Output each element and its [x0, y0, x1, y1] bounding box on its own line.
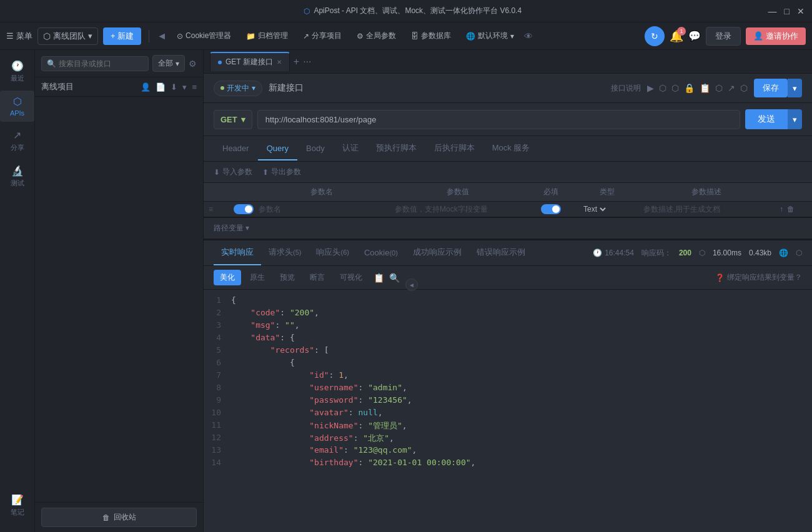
layout-icon[interactable]: ⬡	[659, 83, 666, 93]
request-status-badge[interactable]: 开发中 ▾	[214, 81, 262, 96]
more-options-icon[interactable]: ⬡	[740, 83, 748, 93]
resp-tab-req-headers[interactable]: 请求头(5)	[261, 240, 309, 265]
type-select[interactable]: Text	[581, 204, 608, 214]
chevron-down-icon[interactable]: ▾	[182, 82, 187, 92]
export-params-btn[interactable]: ⬆ 导出参数	[262, 167, 301, 177]
copy-icon[interactable]: 📋	[700, 83, 710, 93]
url-input[interactable]	[257, 110, 740, 129]
params-db-btn[interactable]: 🗄 参数据库	[406, 28, 456, 44]
message-icon[interactable]: 💬	[688, 30, 701, 42]
tab-more-btn[interactable]: ···	[303, 56, 311, 67]
env-selector-btn[interactable]: 🌐 默认环境 ▾	[461, 28, 519, 44]
team-selector[interactable]: ⬡ 离线团队 ▾	[37, 27, 98, 45]
collapse-sidebar-btn[interactable]: ◄	[405, 278, 418, 291]
tab-close-btn[interactable]: ✕	[277, 59, 282, 66]
maximize-btn[interactable]: □	[785, 6, 790, 16]
tab-body[interactable]: Body	[297, 137, 334, 160]
tab-header[interactable]: Header	[214, 137, 258, 160]
more-icon[interactable]: ≡	[192, 82, 197, 92]
code-line-5: 5 "records": [	[204, 345, 812, 357]
resp-tab-error-example[interactable]: 错误响应示例	[469, 240, 533, 265]
code-icon[interactable]: ⬡	[715, 83, 723, 93]
eye-icon[interactable]: 👁	[524, 31, 533, 41]
search-code-icon[interactable]: 🔍	[389, 273, 400, 283]
response-status-bar: 🕐 16:44:54 响应码： 200 ⬡ 16.00ms 0.43kb 🌐 ⬡	[593, 248, 802, 259]
send-dropdown-btn[interactable]: ▾	[788, 109, 802, 129]
run-icon[interactable]: ▶	[647, 83, 654, 93]
tab-post-script[interactable]: 后执行脚本	[425, 136, 483, 161]
recycle-bin-btn[interactable]: 🗑 回收站	[41, 508, 197, 527]
method-select[interactable]: GET ▾	[214, 110, 252, 129]
close-btn[interactable]: ✕	[797, 6, 805, 16]
preview-btn[interactable]: 预览	[274, 270, 301, 285]
resp-tab-realtime[interactable]: 实时响应	[214, 240, 261, 265]
visual-btn[interactable]: 可视化	[334, 270, 369, 285]
resp-tab-cookie[interactable]: Cookie(0)	[357, 242, 405, 265]
raw-btn[interactable]: 原生	[244, 270, 271, 285]
required-cell[interactable]	[526, 202, 576, 217]
tab-auth[interactable]: 认证	[334, 136, 367, 161]
share-icon: ↗	[13, 129, 21, 141]
tab-new-request[interactable]: GET 新建接口 ✕	[210, 52, 290, 71]
description-input[interactable]	[643, 205, 770, 214]
tab-pre-script[interactable]: 预执行脚本	[367, 136, 425, 161]
menu-btn[interactable]: ☰ 菜单	[6, 31, 32, 42]
assert-btn[interactable]: 断言	[304, 270, 331, 285]
new-btn[interactable]: + 新建	[103, 27, 141, 45]
tab-query[interactable]: Query	[258, 137, 297, 160]
sidebar-item-test[interactable]: 🔬 测试	[0, 160, 34, 193]
sidebar-item-recent[interactable]: 🕐 最近	[0, 55, 34, 88]
resp-tab-resp-headers[interactable]: 响应头(6)	[309, 240, 356, 265]
param-name-input[interactable]	[259, 205, 385, 214]
type-cell[interactable]: Text	[576, 202, 638, 217]
invite-btn[interactable]: 👤 邀请协作	[746, 27, 806, 45]
sidebar-item-apis[interactable]: ⬡ APIs	[0, 91, 34, 122]
path-variables-section[interactable]: 路径变量 ▾	[204, 218, 812, 239]
sidebar-item-share[interactable]: ↗ 分享	[0, 124, 34, 157]
import-params-btn[interactable]: ⬇ 导入参数	[214, 167, 252, 177]
add-folder-icon[interactable]: 👤	[141, 82, 151, 92]
required-toggle[interactable]	[541, 204, 561, 214]
login-btn[interactable]: 登录	[706, 27, 741, 46]
toggle-switch[interactable]	[234, 204, 254, 214]
param-value-input[interactable]	[395, 205, 521, 214]
share-icon[interactable]: ↗	[728, 83, 735, 93]
global-params-btn[interactable]: ⚙ 全局参数	[352, 28, 401, 44]
search-box[interactable]: 🔍	[41, 56, 149, 71]
archive-btn[interactable]: 📁 归档管理	[241, 28, 293, 44]
row-up-icon[interactable]: ↑	[780, 205, 783, 214]
row-delete-icon[interactable]: 🗑	[787, 205, 795, 214]
description-cell[interactable]	[638, 202, 775, 216]
param-name-cell[interactable]	[254, 202, 390, 216]
notification-btn[interactable]: 🔔 1	[670, 29, 683, 43]
tab-mock[interactable]: Mock 服务	[483, 136, 539, 161]
bind-vars-btn[interactable]: ❓ 绑定响应结果到变量？	[715, 272, 802, 283]
download-icon[interactable]: ⬇	[171, 82, 177, 92]
search-input[interactable]	[59, 59, 143, 68]
resp-tab-success-example[interactable]: 成功响应示例	[405, 240, 469, 265]
globe-icon[interactable]: 🌐	[779, 249, 788, 257]
lock-icon[interactable]: 🔒	[684, 83, 695, 93]
filter-dropdown[interactable]: 全部 ▾	[152, 55, 185, 72]
cookie-manager-btn[interactable]: ⊙ Cookie管理器	[172, 28, 236, 44]
save-dropdown-btn[interactable]: ▾	[788, 79, 802, 97]
save-btn[interactable]: 保存	[754, 79, 788, 97]
copy-code-icon[interactable]: 📋	[374, 273, 384, 283]
send-btn[interactable]: 发送	[745, 109, 788, 129]
share-project-btn[interactable]: ↗ 分享项目	[298, 28, 347, 44]
copy-response-icon[interactable]: ⬡	[796, 249, 802, 257]
request-desc-btn[interactable]: 接口说明	[611, 83, 641, 94]
refresh-btn[interactable]: ↻	[645, 26, 665, 46]
expand-icon[interactable]: ⬡	[671, 83, 679, 93]
sidebar-item-notes[interactable]: 📝 笔记	[0, 489, 34, 522]
tab-add-btn[interactable]: +	[294, 56, 299, 67]
row-toggle[interactable]	[229, 202, 254, 217]
col-toggle	[229, 183, 254, 201]
back-icon[interactable]: ◄	[157, 31, 167, 42]
new-file-icon[interactable]: 📄	[156, 82, 166, 92]
param-value-cell[interactable]	[390, 202, 526, 216]
response-time: 🕐 16:44:54	[593, 249, 634, 257]
minimize-btn[interactable]: —	[768, 6, 777, 16]
beautify-btn[interactable]: 美化	[214, 270, 241, 285]
settings-icon[interactable]: ⚙	[189, 59, 197, 69]
